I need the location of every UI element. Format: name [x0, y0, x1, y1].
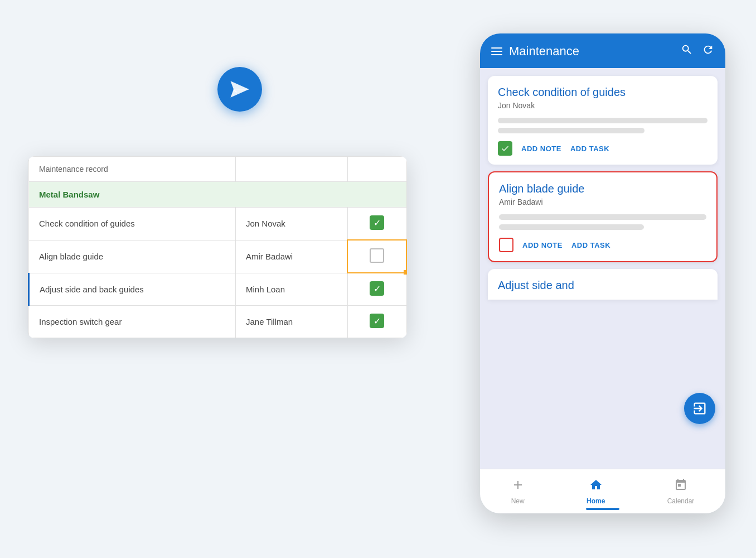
nav-item-home[interactable]: Home [587, 478, 605, 505]
partial-card-title: Adjust side and [498, 279, 707, 292]
task-card-footer: ADD NOTE ADD TASK [499, 238, 706, 252]
maintenance-record-empty1 [236, 157, 348, 182]
hamburger-menu-icon[interactable] [491, 47, 502, 55]
task-cell: Align blade guide [29, 240, 236, 273]
skeleton-line-3 [499, 214, 706, 220]
task-card-person: Amir Badawi [499, 198, 706, 206]
fab-button[interactable] [684, 393, 715, 424]
paper-plane-icon [217, 67, 262, 112]
maintenance-record-empty2 [347, 157, 406, 182]
task-card-footer: ADD NOTE ADD TASK [498, 141, 707, 156]
nav-item-new[interactable]: New [511, 478, 525, 505]
add-note-button[interactable]: ADD NOTE [522, 241, 563, 249]
add-note-button[interactable]: ADD NOTE [521, 145, 561, 153]
check-icon [370, 314, 384, 328]
maintenance-record-cell: Maintenance record [29, 157, 236, 182]
cell-resize-handle[interactable] [404, 270, 407, 275]
search-icon[interactable] [681, 44, 693, 59]
check-icon [370, 281, 384, 296]
task-card-person: Jon Novak [498, 101, 707, 110]
checkbox-unchecked[interactable] [499, 238, 513, 252]
task-cell: Adjust side and back guides [29, 273, 236, 306]
nav-home-label: Home [587, 497, 605, 505]
calendar-icon [674, 478, 687, 495]
task-card-partial[interactable]: Adjust side and [488, 269, 718, 300]
status-cell [347, 208, 406, 240]
task-cell: Check condition of guides [29, 208, 236, 240]
table-row: Adjust side and back guides Minh Loan [29, 273, 407, 306]
plus-icon [511, 478, 525, 495]
table-row: Inspection switch gear Jane Tillman [29, 306, 407, 338]
assignee-cell: Jane Tillman [236, 306, 348, 338]
home-icon [589, 478, 603, 495]
add-task-button[interactable]: ADD TASK [571, 241, 610, 249]
nav-new-label: New [511, 497, 525, 505]
assignee-cell: Amir Badawi [236, 240, 348, 273]
bottom-nav: New Home Calendar [480, 469, 725, 513]
assignee-cell: Minh Loan [236, 273, 348, 306]
check-icon [370, 215, 384, 230]
nav-item-calendar[interactable]: Calendar [667, 478, 695, 505]
task-card-2[interactable]: Align blade guide Amir Badawi ADD NOTE A… [488, 171, 718, 262]
skeleton-line-1 [498, 118, 707, 123]
app-title: Maintenance [509, 44, 674, 59]
status-cell [347, 306, 406, 338]
skeleton-line-4 [499, 224, 644, 230]
task-card-1[interactable]: Check condition of guides Jon Novak ADD … [488, 76, 718, 165]
table-row: Check condition of guides Jon Novak [29, 208, 407, 240]
section-header: Metal Bandsaw [29, 182, 407, 208]
section-header-row: Metal Bandsaw [29, 182, 407, 208]
nav-calendar-label: Calendar [667, 497, 695, 505]
app-header: Maintenance [480, 33, 725, 68]
status-cell [347, 273, 406, 306]
task-card-title: Check condition of guides [498, 86, 707, 99]
empty-checkbox[interactable] [370, 248, 384, 263]
status-cell[interactable] [347, 240, 406, 273]
home-indicator [586, 508, 619, 510]
spreadsheet-panel: Maintenance record Metal Bandsaw Check c… [28, 156, 407, 338]
table-row: Align blade guide Amir Badawi [29, 240, 407, 273]
task-card-title: Align blade guide [499, 182, 706, 195]
assignee-cell: Jon Novak [236, 208, 348, 240]
checkbox-checked[interactable] [498, 141, 512, 156]
refresh-icon[interactable] [702, 44, 714, 59]
maintenance-record-row: Maintenance record [29, 157, 407, 182]
skeleton-line-2 [498, 128, 644, 133]
phone-panel: Maintenance Check condition of guides Jo… [480, 33, 725, 513]
add-task-button[interactable]: ADD TASK [570, 145, 609, 153]
task-cell: Inspection switch gear [29, 306, 236, 338]
